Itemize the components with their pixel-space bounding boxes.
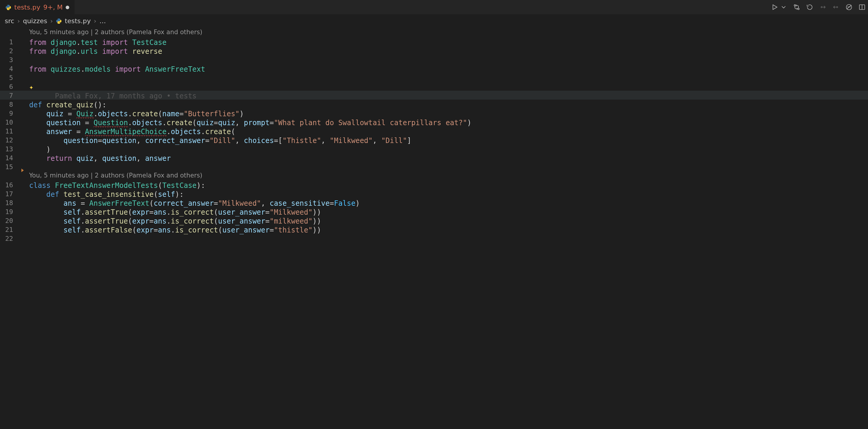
- breadcrumb-item[interactable]: quizzes: [23, 16, 47, 26]
- step-back-icon[interactable]: [819, 4, 827, 11]
- line-number: 3: [0, 55, 21, 65]
- editor-toolbar: [771, 0, 866, 14]
- svg-point-6: [848, 6, 849, 7]
- collapse-triangle-icon[interactable]: [21, 168, 24, 172]
- inline-blame: Pamela Fox, 17 months ago • tests: [55, 92, 197, 100]
- tab-bar: tests.py 9+, M: [0, 0, 868, 14]
- breadcrumb-item[interactable]: …: [99, 16, 106, 26]
- line-number: 9: [0, 109, 21, 118]
- tab-filename: tests.py: [14, 2, 40, 12]
- line-number: 22: [0, 234, 21, 244]
- line-number: 20: [0, 216, 21, 226]
- line-number: 16: [0, 180, 21, 190]
- chevron-right-icon: ›: [17, 16, 20, 26]
- chevron-right-icon: ›: [94, 16, 97, 26]
- git-compare-icon[interactable]: [793, 4, 800, 11]
- svg-point-2: [798, 8, 799, 10]
- chevron-right-icon: ›: [50, 16, 53, 26]
- svg-line-8: [847, 5, 851, 9]
- code-editor[interactable]: You, 5 minutes ago | 2 authors (Pamela F…: [0, 28, 868, 243]
- line-number: 14: [0, 153, 21, 163]
- line-number: 6: [0, 82, 21, 92]
- line-number: 18: [0, 198, 21, 208]
- line-number: 1: [0, 37, 21, 47]
- svg-point-3: [821, 6, 822, 8]
- line-number: 11: [0, 126, 21, 136]
- run-icon[interactable]: [771, 4, 778, 11]
- line-number: 8: [0, 100, 21, 110]
- line-number: 2: [0, 46, 21, 56]
- line-number: 13: [0, 144, 21, 154]
- python-icon: [5, 4, 11, 10]
- python-icon: [56, 18, 62, 24]
- breadcrumb[interactable]: src › quizzes › tests.py › …: [0, 14, 868, 28]
- revert-icon[interactable]: [806, 4, 813, 11]
- breadcrumb-item[interactable]: src: [5, 16, 14, 26]
- editor-tab[interactable]: tests.py 9+, M: [0, 0, 74, 14]
- chevron-down-icon[interactable]: [780, 4, 787, 11]
- line-number: 21: [0, 225, 21, 235]
- line-number: 10: [0, 117, 21, 127]
- codelens-authors[interactable]: You, 5 minutes ago | 2 authors (Pamela F…: [0, 28, 868, 37]
- line-number: 7: [0, 91, 21, 100]
- line-number: 17: [0, 189, 21, 199]
- line-number: 12: [0, 135, 21, 145]
- codelens-authors[interactable]: You, 5 minutes ago | 2 authors (Pamela F…: [0, 171, 868, 180]
- tab-suffix: 9+, M: [43, 2, 63, 12]
- dirty-indicator-icon: [66, 6, 69, 9]
- breadcrumb-item[interactable]: tests.py: [65, 16, 91, 26]
- line-number: 4: [0, 64, 21, 74]
- copilot-icon[interactable]: [845, 4, 852, 11]
- svg-marker-0: [773, 5, 777, 9]
- step-forward-icon[interactable]: [832, 4, 839, 11]
- line-number: 15: [0, 162, 21, 172]
- svg-point-1: [794, 5, 796, 6]
- split-editor-icon[interactable]: [859, 4, 866, 11]
- svg-point-4: [837, 6, 838, 8]
- sparkle-icon[interactable]: ✦: [29, 83, 33, 91]
- line-number: 5: [0, 73, 21, 83]
- line-number: 19: [0, 207, 21, 217]
